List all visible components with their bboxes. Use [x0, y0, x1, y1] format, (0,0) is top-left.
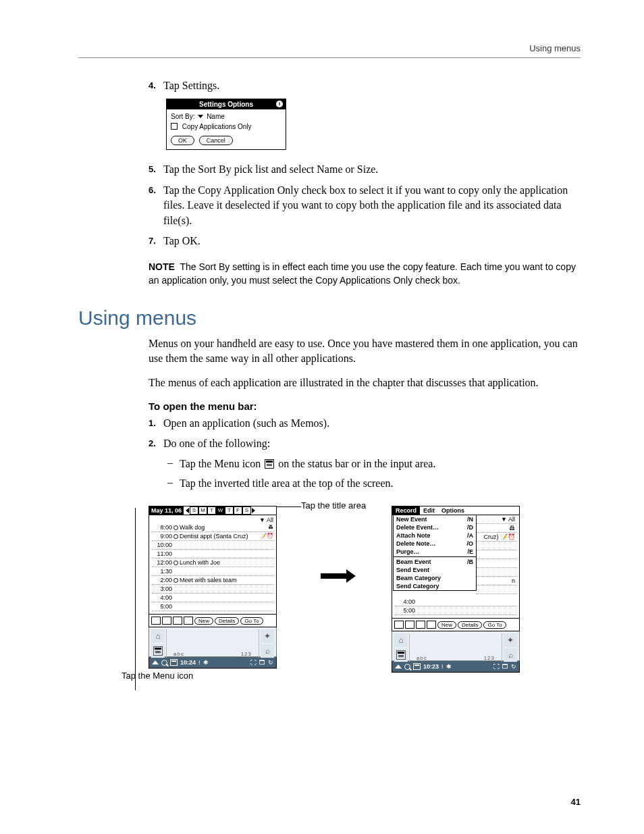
menu-item-label: Purge…: [396, 548, 420, 555]
menu-item[interactable]: Delete Event…/D: [394, 523, 476, 531]
schedule-text: [173, 594, 273, 602]
month-view-icon[interactable]: [173, 617, 182, 625]
category-picker[interactable]: ▼ All: [149, 515, 276, 523]
schedule-row[interactable]: 9:00Dentist appt (Santa Cruz)📝⏰: [152, 532, 273, 541]
day-cell[interactable]: S: [190, 506, 198, 515]
day-cell[interactable]: W: [216, 506, 225, 515]
step-number: 2.: [149, 438, 163, 451]
menu-item[interactable]: Beam Event/B: [394, 558, 476, 566]
cancel-button[interactable]: Cancel: [199, 136, 233, 145]
schedule-remainder: 4:005:00: [392, 598, 519, 618]
menu-options[interactable]: Options: [438, 506, 468, 515]
schedule-text: [173, 541, 273, 549]
menu-item[interactable]: Delete Note…/O: [394, 540, 476, 548]
goto-button[interactable]: Go To: [483, 621, 506, 629]
details-button[interactable]: Details: [458, 621, 482, 629]
sort-by-row[interactable]: Sort By: Name: [171, 113, 281, 120]
day-cell[interactable]: T: [225, 506, 234, 515]
ok-button[interactable]: OK: [171, 136, 194, 145]
details-button[interactable]: Details: [215, 617, 239, 625]
title-bar[interactable]: May 11, 06 SMTWTFS: [149, 506, 276, 515]
schedule-row[interactable]: 10:00: [152, 541, 273, 550]
step-6: 6. Tap the Copy Application Only check b…: [149, 183, 581, 228]
sb-menu-icon[interactable]: [170, 659, 178, 666]
step-text: Tap the Sort By pick list and select Nam…: [163, 162, 581, 177]
menu-softkey[interactable]: [394, 648, 408, 662]
sb-bluetooth-icon[interactable]: ✱: [203, 659, 209, 666]
info-icon[interactable]: i: [276, 101, 283, 107]
dropdown-icon: [198, 115, 203, 118]
menu-item[interactable]: New Event/N: [394, 515, 476, 523]
week-view-icon[interactable]: [162, 617, 171, 625]
menu-edit[interactable]: Edit: [420, 506, 438, 515]
star-softkey[interactable]: ✦: [504, 633, 517, 647]
find-softkey[interactable]: ⌕: [261, 644, 274, 658]
sb-find-icon[interactable]: [161, 660, 167, 666]
menu-item[interactable]: Send Event: [394, 566, 476, 574]
sb-screen-icon[interactable]: 🗔: [259, 659, 265, 666]
day-view-icon[interactable]: [151, 617, 161, 625]
schedule-row[interactable]: 5:00: [152, 602, 273, 611]
goto-button[interactable]: Go To: [240, 617, 263, 625]
step-number: 5.: [149, 164, 163, 177]
home-softkey[interactable]: ⌂: [151, 629, 165, 643]
sb-fullscreen-icon[interactable]: ⛶: [493, 663, 500, 670]
menu-item[interactable]: Purge…/E: [394, 548, 476, 556]
month-view-icon[interactable]: [416, 621, 425, 629]
dash-item: – Tap the inverted title area at the top…: [149, 476, 581, 491]
schedule-text: Dentist appt (Santa Cruz): [180, 532, 259, 540]
menu-item[interactable]: Beam Category: [394, 574, 476, 582]
menu-item[interactable]: Send Category: [394, 582, 476, 590]
schedule-row[interactable]: 4:00: [152, 594, 273, 602]
schedule-icons: 🖷: [267, 523, 273, 531]
sb-bluetooth-icon[interactable]: ✱: [446, 663, 452, 670]
schedule-time: 11:00: [152, 550, 173, 558]
sb-screen-icon[interactable]: 🗔: [502, 663, 508, 670]
star-softkey[interactable]: ✦: [261, 629, 274, 643]
graffiti-area[interactable]: abc 123: [409, 633, 502, 662]
schedule-row[interactable]: 4:00: [395, 598, 516, 606]
menu-record[interactable]: Record: [392, 506, 420, 515]
schedule-row[interactable]: 12:00Lunch with Joe: [152, 558, 273, 567]
day-cell[interactable]: F: [234, 506, 242, 515]
home-softkey[interactable]: ⌂: [394, 633, 408, 647]
prev-icon[interactable]: [186, 508, 189, 513]
schedule-row[interactable]: 1:30: [152, 567, 273, 576]
sb-rotate-icon[interactable]: ↻: [268, 659, 273, 666]
week-view-icon[interactable]: [405, 621, 414, 629]
menu-item[interactable]: Attach Note/A: [394, 531, 476, 540]
schedule-row[interactable]: 8:00Walk dog🖷: [152, 523, 273, 532]
sb-alert-icon[interactable]: !: [441, 663, 444, 670]
schedule-row[interactable]: 3:00: [152, 585, 273, 594]
peek-cruz: Cruz) 📝⏰: [476, 533, 516, 542]
graffiti-area[interactable]: abc 123: [166, 629, 259, 658]
agenda-view-icon[interactable]: [427, 621, 436, 629]
next-icon[interactable]: [252, 508, 255, 513]
find-softkey[interactable]: ⌕: [504, 648, 517, 662]
sb-fullscreen-icon[interactable]: ⛶: [250, 659, 257, 666]
schedule-row[interactable]: 11:00: [152, 550, 273, 558]
sb-rotate-icon[interactable]: ↻: [511, 663, 516, 670]
checkbox-icon[interactable]: [171, 123, 178, 130]
day-cell[interactable]: T: [207, 506, 216, 515]
sb-home-icon[interactable]: [152, 660, 159, 664]
schedule-row[interactable]: 5:00: [395, 606, 516, 615]
sb-find-icon[interactable]: [404, 664, 410, 670]
agenda-view-icon[interactable]: [184, 617, 193, 625]
new-button[interactable]: New: [437, 621, 456, 629]
schedule-row[interactable]: 2:00Meet with sales team: [152, 576, 273, 585]
day-cell[interactable]: S: [242, 506, 251, 515]
menu-softkey[interactable]: [151, 644, 165, 658]
day-cell[interactable]: M: [198, 506, 207, 515]
schedule-time: 4:00: [395, 598, 417, 606]
copy-applications-only-row[interactable]: Copy Applications Only: [171, 123, 281, 130]
sb-alert-icon[interactable]: !: [198, 659, 200, 666]
step-number: 7.: [149, 236, 163, 249]
sb-menu-icon[interactable]: [413, 663, 421, 670]
day-picker[interactable]: SMTWTFS: [185, 506, 276, 515]
day-view-icon[interactable]: [394, 621, 404, 629]
new-button[interactable]: New: [194, 617, 213, 625]
sb-home-icon[interactable]: [395, 664, 402, 669]
event-bullet-icon: [173, 525, 178, 530]
schedule-text: Meet with sales team: [180, 576, 273, 584]
